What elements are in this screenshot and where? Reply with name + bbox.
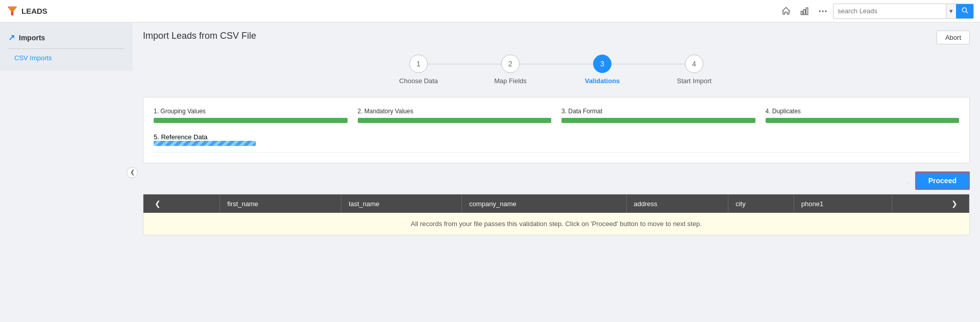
bottom-bar: . Proceed [143,171,970,190]
search-input[interactable] [834,7,946,15]
svg-point-6 [822,10,823,12]
search-container: ▾ [833,4,974,19]
table-col-company-name: company_name [462,194,626,213]
card-divider [154,152,959,153]
progress-bar-1 [154,118,348,123]
sidebar-collapse-button[interactable]: ❮ [127,167,138,178]
main-content: Import Leads from CSV File Abort 1 Choos… [133,22,980,322]
step-4: 4 Start Import [648,55,740,85]
validation-duplicates: 4. Duplicates [766,108,960,123]
data-table: ❮ first_name last_name company_name addr… [143,194,969,235]
step-label-4: Start Import [677,77,712,85]
sidebar-wrapper: ↗ Imports CSV Imports ❮ [0,22,133,322]
page-header: Import Leads from CSV File Abort [143,31,970,44]
progress-bar-2 [358,118,552,123]
validation-label-2: 2. Mandatory Values [358,108,552,115]
validation-mandatory-values: 2. Mandatory Values [358,108,552,123]
table-next-btn-cell: ❯ [892,194,969,213]
progress-bar-4 [766,118,960,123]
svg-line-9 [966,12,968,13]
validation-data-format: 3. Data Format [561,108,755,123]
abort-button[interactable]: Abort [937,31,970,44]
table-col-city: city [728,194,794,213]
step-1: 1 Choose Data [373,55,464,85]
home-icon [781,6,791,16]
table-message-row: All records from your file passes this v… [143,213,969,235]
step-2: 2 Map Fields [464,55,556,85]
step-label-2: Map Fields [494,77,527,85]
chart-button[interactable] [799,6,810,16]
table-col-last-name: last_name [341,194,462,213]
step-line-1 [428,64,501,64]
sidebar-divider [8,48,125,49]
sidebar-arrow-icon: ↗ [8,33,15,42]
progress-bar-5 [154,141,256,146]
navbar: LEADS ▾ [0,0,980,22]
step-3: 3 Validations [556,55,648,85]
more-button[interactable] [818,6,828,16]
validations-card: 1. Grouping Values 2. Mandatory Values 3… [143,97,970,163]
funnel-icon [6,5,18,17]
home-button[interactable] [781,6,791,16]
svg-rect-2 [801,11,802,15]
table-col-first-name: first_name [220,194,341,213]
page-title: Import Leads from CSV File [143,31,256,41]
validation-grid: 1. Grouping Values 2. Mandatory Values 3… [154,108,959,123]
validation-message: All records from your file passes this v… [411,220,702,228]
svg-point-8 [962,8,966,12]
validation-label-3: 3. Data Format [561,108,755,115]
search-icon [961,7,968,14]
svg-rect-3 [803,9,805,14]
layout: ↗ Imports CSV Imports ❮ Import Leads fro… [0,22,980,322]
step-line-3 [611,64,685,64]
step-line-2 [520,64,593,64]
step-label-3: Validations [585,77,620,85]
step-circle-3: 3 [593,55,611,73]
validation-label-4: 4. Duplicates [766,108,960,115]
svg-rect-4 [806,8,807,14]
validation-reference-data: 5. Reference Data [154,133,959,146]
table-header-row: ❮ first_name last_name company_name addr… [143,194,969,213]
table-next-button[interactable]: ❯ [947,200,962,208]
validation-label-1: 1. Grouping Values [154,108,348,115]
table-prev-btn-cell: ❮ [143,194,220,213]
svg-point-7 [825,10,826,12]
navbar-icons [781,6,828,16]
search-dropdown-button[interactable]: ▾ [946,4,956,18]
validation-label-5: 5. Reference Data [154,133,208,141]
more-icon [818,6,828,16]
svg-marker-1 [8,7,17,11]
step-circle-4: 4 [685,55,703,73]
steps-container: 1 Choose Data 2 Map Fields 3 Validations [143,55,970,85]
chart-icon [799,6,810,16]
proceed-button[interactable]: Proceed [915,171,970,190]
page-dot: . [908,179,909,184]
sidebar-item-csv-imports[interactable]: CSV Imports [0,51,133,65]
step-label-1: Choose Data [399,77,438,85]
step-circle-2: 2 [501,55,520,73]
progress-bar-3 [561,118,755,123]
sidebar-section-label: Imports [19,34,45,42]
table-col-address: address [626,194,728,213]
sidebar-item-label: CSV Imports [14,54,52,62]
validation-grouping-values: 1. Grouping Values [154,108,348,123]
sidebar: ↗ Imports CSV Imports [0,22,133,71]
table-col-phone1: phone1 [794,194,892,213]
table-prev-button[interactable]: ❮ [151,200,165,208]
app-logo: LEADS [6,5,47,17]
app-title: LEADS [21,7,47,15]
search-button[interactable] [956,4,973,19]
table-wrapper: ❮ first_name last_name company_name addr… [143,194,970,235]
step-circle-1: 1 [409,55,428,73]
sidebar-section-imports: ↗ Imports [0,29,133,46]
svg-point-5 [819,10,821,12]
